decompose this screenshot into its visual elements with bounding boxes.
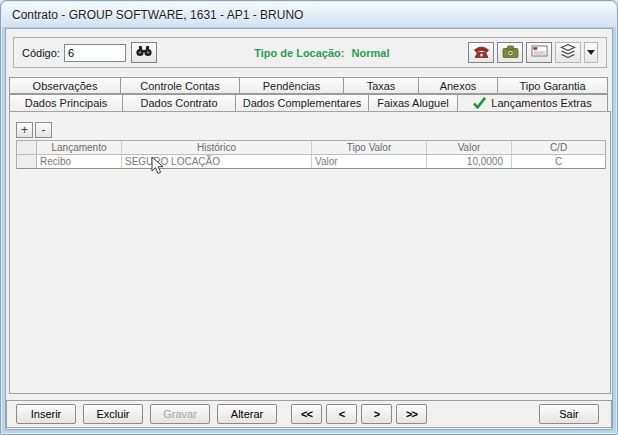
tab-label: Dados Complementares — [243, 97, 362, 109]
lancamentos-extras-page: + - Lançamento Histórico Tipo Valor Valo… — [9, 111, 611, 394]
tab-label: Pendências — [263, 80, 321, 92]
tab-label: Dados Principais — [25, 97, 108, 109]
cell-tipo-valor[interactable]: Valor — [312, 155, 427, 168]
tab-pendencias[interactable]: Pendências — [239, 77, 344, 94]
table-row[interactable]: Recibo SEGURO LOCAÇÃO Valor 10,0000 C — [17, 155, 605, 168]
col-valor: Valor — [427, 141, 512, 154]
col-lancamento: Lançamento — [37, 141, 122, 154]
checkmark-icon — [473, 97, 486, 109]
cell-valor[interactable]: 10,0000 — [427, 155, 512, 168]
remove-row-button[interactable]: - — [35, 122, 52, 138]
tab-dados-principais[interactable]: Dados Principais — [9, 94, 123, 112]
camera-icon — [502, 45, 519, 61]
col-historico: Histórico — [122, 141, 312, 154]
window-title: Contrato - GROUP SOFTWARE, 1631 - AP1 - … — [12, 8, 303, 22]
layers-button[interactable] — [555, 42, 581, 63]
cell-historico[interactable]: SEGURO LOCAÇÃO — [122, 155, 312, 168]
tab-row-2: Dados Principais Dados Contrato Dados Co… — [9, 94, 611, 112]
tab-dados-contrato[interactable]: Dados Contrato — [122, 94, 236, 112]
lancamentos-grid: Lançamento Histórico Tipo Valor Valor C/… — [16, 140, 606, 169]
last-record-button[interactable]: >> — [396, 404, 427, 424]
tab-taxas[interactable]: Taxas — [343, 77, 419, 94]
sair-button[interactable]: Sair — [539, 404, 599, 424]
inserir-button[interactable]: Inserir — [16, 404, 76, 424]
tab-faixas-aluguel[interactable]: Faixas Aluguel — [368, 94, 458, 112]
row-indicator-cell — [17, 155, 37, 168]
phone-button[interactable] — [468, 42, 494, 63]
tab-anexos[interactable]: Anexos — [418, 77, 498, 94]
first-record-button[interactable]: << — [291, 404, 322, 424]
gravar-button: Gravar — [150, 404, 210, 424]
tab-label: Observações — [33, 80, 98, 92]
tab-label: Taxas — [367, 80, 396, 92]
tab-label: Lançamentos Extras — [491, 97, 591, 109]
tab-label: Dados Contrato — [140, 97, 217, 109]
tab-observacoes[interactable]: Observações — [9, 77, 121, 94]
cell-lancamento[interactable]: Recibo — [37, 155, 122, 168]
envelope-button[interactable] — [526, 42, 552, 63]
toolbar-icon-group — [465, 42, 598, 63]
screenshot: Contrato - GROUP SOFTWARE, 1631 - AP1 - … — [0, 0, 618, 435]
col-cd: C/D — [512, 141, 605, 154]
tab-label: Faixas Aluguel — [377, 97, 449, 109]
tab-label: Tipo Garantia — [519, 80, 585, 92]
col-tipo-valor: Tipo Valor — [312, 141, 427, 154]
excluir-button[interactable]: Excluir — [83, 404, 143, 424]
codigo-input[interactable] — [64, 44, 126, 62]
add-row-button[interactable]: + — [16, 122, 33, 138]
search-button[interactable] — [131, 42, 157, 63]
window-client-area: Código: — [5, 28, 613, 430]
camera-button[interactable] — [497, 42, 523, 63]
footer-button-bar: Inserir Excluir Gravar Alterar << < > >>… — [6, 400, 612, 428]
prev-record-button[interactable]: < — [326, 404, 357, 424]
title-bar[interactable]: Contrato - GROUP SOFTWARE, 1631 - AP1 - … — [2, 2, 616, 28]
codigo-toolbar: Código: — [13, 37, 607, 68]
alterar-button[interactable]: Alterar — [217, 404, 277, 424]
tab-row-1: Observações Controle Contas Pendências T… — [9, 77, 611, 94]
binoculars-icon — [136, 45, 152, 60]
next-record-button[interactable]: > — [361, 404, 392, 424]
layers-icon — [560, 44, 576, 61]
tipo-locacao: Tipo de Locação: Normal — [254, 47, 389, 59]
tab-lancamentos-extras[interactable]: Lançamentos Extras — [457, 94, 608, 112]
tipo-locacao-value: Normal — [352, 47, 390, 59]
tab-controle-contas[interactable]: Controle Contas — [120, 77, 240, 94]
envelope-icon — [531, 45, 548, 60]
tab-label: Anexos — [440, 80, 477, 92]
layers-dropdown-button[interactable] — [584, 42, 598, 63]
tab-tipo-garantia[interactable]: Tipo Garantia — [497, 77, 608, 94]
tab-dados-complementares[interactable]: Dados Complementares — [235, 94, 369, 112]
contrato-window: Contrato - GROUP SOFTWARE, 1631 - AP1 - … — [0, 0, 618, 435]
tipo-locacao-label: Tipo de Locação: — [254, 47, 344, 59]
codigo-label: Código: — [22, 47, 60, 59]
dropdown-arrow-icon — [587, 50, 595, 55]
grid-header-row: Lançamento Histórico Tipo Valor Valor C/… — [17, 141, 605, 155]
cell-cd[interactable]: C — [512, 155, 605, 168]
tab-label: Controle Contas — [140, 80, 220, 92]
grid-indicator-header — [17, 141, 37, 154]
phone-icon — [473, 45, 490, 61]
